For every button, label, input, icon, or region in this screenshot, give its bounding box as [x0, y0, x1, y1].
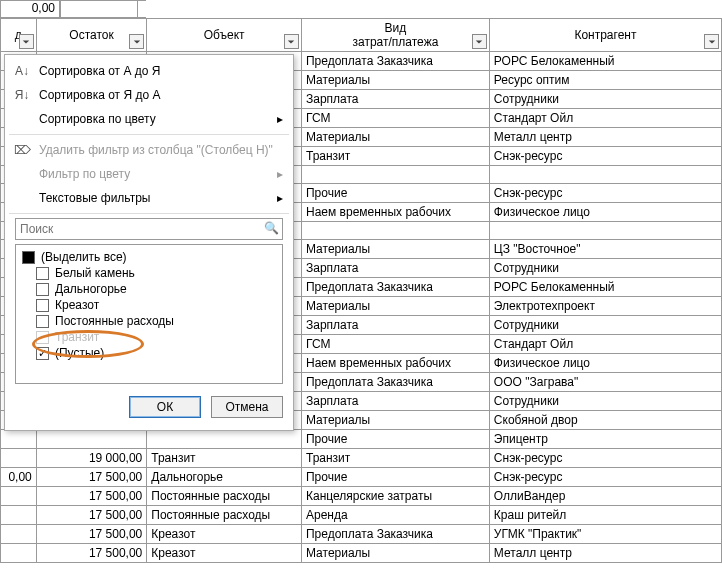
- table-row[interactable]: 17 500,00КреазотМатериалыМеталл центр: [1, 544, 722, 563]
- cell-contractor[interactable]: Металл центр: [489, 128, 721, 147]
- cell-type[interactable]: Аренда: [301, 506, 489, 525]
- table-row[interactable]: 19 000,00ТранзитТранзитСнэк-ресурс: [1, 449, 722, 468]
- header-object[interactable]: Объект: [147, 19, 302, 52]
- ok-button[interactable]: ОК: [129, 396, 201, 418]
- filter-search-input[interactable]: [15, 218, 283, 240]
- cell-type[interactable]: Транзит: [301, 449, 489, 468]
- cell-type[interactable]: Зарплата: [301, 392, 489, 411]
- check-item[interactable]: Транзит: [36, 329, 276, 345]
- cell-type[interactable]: Предоплата Заказчика: [301, 525, 489, 544]
- cell-contractor[interactable]: Скобяной двор: [489, 411, 721, 430]
- check-item[interactable]: Креазот: [36, 297, 276, 313]
- table-row[interactable]: 0,0017 500,00ДальногорьеПрочиеСнэк-ресур…: [1, 468, 722, 487]
- cell-contractor[interactable]: УГМК "Практик": [489, 525, 721, 544]
- cell-type[interactable]: Прочие: [301, 468, 489, 487]
- dropdown-icon[interactable]: [284, 34, 299, 49]
- cell-prefix[interactable]: [1, 449, 37, 468]
- cell-contractor[interactable]: ЦЗ "Восточное": [489, 240, 721, 259]
- cell-contractor[interactable]: Снэк-ресурс: [489, 147, 721, 166]
- sort-desc[interactable]: Я↓ Сортировка от Я до А: [5, 83, 293, 107]
- cell-contractor[interactable]: Физическое лицо: [489, 354, 721, 373]
- cell-contractor[interactable]: РОРС Белокаменный: [489, 278, 721, 297]
- header-type[interactable]: Вид затрат/платежа: [301, 19, 489, 52]
- cell-prefix[interactable]: [1, 544, 37, 563]
- cell-object[interactable]: Креазот: [147, 544, 302, 563]
- checkbox-icon[interactable]: [22, 251, 35, 264]
- cell-contractor[interactable]: Сотрудники: [489, 90, 721, 109]
- cell-type[interactable]: Материалы: [301, 544, 489, 563]
- cell-type[interactable]: [301, 222, 489, 240]
- check-item[interactable]: Постоянные расходы: [36, 313, 276, 329]
- cell-amount[interactable]: 17 500,00: [36, 487, 147, 506]
- cell-contractor[interactable]: Стандарт Ойл: [489, 109, 721, 128]
- cell-type[interactable]: Транзит: [301, 147, 489, 166]
- cell-type[interactable]: Канцелярские затраты: [301, 487, 489, 506]
- checkbox-icon[interactable]: [36, 315, 49, 328]
- cell-contractor[interactable]: Снэк-ресурс: [489, 468, 721, 487]
- table-row[interactable]: 17 500,00Постоянные расходыАрендаКраш ри…: [1, 506, 722, 525]
- dropdown-icon[interactable]: [704, 34, 719, 49]
- check-item-blanks[interactable]: (Пустые): [36, 345, 276, 361]
- table-row[interactable]: 17 500,00Постоянные расходыКанцелярские …: [1, 487, 722, 506]
- cell-type[interactable]: Зарплата: [301, 90, 489, 109]
- cell-contractor[interactable]: ОллиВандер: [489, 487, 721, 506]
- cell-type[interactable]: Зарплата: [301, 259, 489, 278]
- cell-amount[interactable]: 19 000,00: [36, 449, 147, 468]
- cell-object[interactable]: Постоянные расходы: [147, 487, 302, 506]
- checkbox-icon[interactable]: [36, 347, 49, 360]
- cell-amount[interactable]: 17 500,00: [36, 506, 147, 525]
- cell-type[interactable]: ГСМ: [301, 109, 489, 128]
- cell-prefix[interactable]: [1, 525, 37, 544]
- cell-contractor[interactable]: Физическое лицо: [489, 203, 721, 222]
- cell-type[interactable]: Наем временных рабочих: [301, 354, 489, 373]
- cell-contractor[interactable]: Электротехпроект: [489, 297, 721, 316]
- cell-contractor[interactable]: Ресурс оптим: [489, 71, 721, 90]
- cell-object[interactable]: Постоянные расходы: [147, 506, 302, 525]
- cell-contractor[interactable]: РОРС Белокаменный: [489, 52, 721, 71]
- text-filters[interactable]: Текстовые фильтры ▸: [5, 186, 293, 210]
- cell-contractor[interactable]: ООО "Заграва": [489, 373, 721, 392]
- cell-contractor[interactable]: [489, 166, 721, 184]
- cell-type[interactable]: ГСМ: [301, 335, 489, 354]
- dropdown-icon[interactable]: [19, 34, 34, 49]
- cell-type[interactable]: [301, 166, 489, 184]
- header-contractor[interactable]: Контрагент: [489, 19, 721, 52]
- table-row[interactable]: ПрочиеЭпицентр: [1, 430, 722, 449]
- cell-type[interactable]: Зарплата: [301, 316, 489, 335]
- cell-contractor[interactable]: Сотрудники: [489, 259, 721, 278]
- cell-type[interactable]: Материалы: [301, 128, 489, 147]
- cell-type[interactable]: Прочие: [301, 430, 489, 449]
- cell-prefix[interactable]: [1, 506, 37, 525]
- cell-contractor[interactable]: Эпицентр: [489, 430, 721, 449]
- check-select-all[interactable]: (Выделить все): [22, 249, 276, 265]
- filter-value-list[interactable]: (Выделить все) Белый камень Дальногорье …: [15, 244, 283, 384]
- check-item[interactable]: Дальногорье: [36, 281, 276, 297]
- cell-contractor[interactable]: Снэк-ресурс: [489, 449, 721, 468]
- cell-contractor[interactable]: Стандарт Ойл: [489, 335, 721, 354]
- cell-contractor[interactable]: Сотрудники: [489, 392, 721, 411]
- checkbox-icon[interactable]: [36, 283, 49, 296]
- cell-contractor[interactable]: [489, 222, 721, 240]
- cell-contractor[interactable]: Снэк-ресурс: [489, 184, 721, 203]
- header-col-d[interactable]: д: [1, 19, 37, 52]
- cell-type[interactable]: Материалы: [301, 240, 489, 259]
- cell-amount[interactable]: 17 500,00: [36, 468, 147, 487]
- cell-type[interactable]: Предоплата Заказчика: [301, 52, 489, 71]
- cell-amount[interactable]: 17 500,00: [36, 544, 147, 563]
- cell-prefix[interactable]: 0,00: [1, 468, 37, 487]
- cell-type[interactable]: Предоплата Заказчика: [301, 278, 489, 297]
- cell-contractor[interactable]: Металл центр: [489, 544, 721, 563]
- cancel-button[interactable]: Отмена: [211, 396, 283, 418]
- sort-asc[interactable]: А↓ Сортировка от А до Я: [5, 59, 293, 83]
- sort-by-color[interactable]: Сортировка по цвету ▸: [5, 107, 293, 131]
- cell-contractor[interactable]: Краш ритейл: [489, 506, 721, 525]
- header-ostatok[interactable]: Остаток: [36, 19, 147, 52]
- cell-type[interactable]: Прочие: [301, 184, 489, 203]
- check-item[interactable]: Белый камень: [36, 265, 276, 281]
- cell-contractor[interactable]: Сотрудники: [489, 316, 721, 335]
- cell-object[interactable]: Креазот: [147, 525, 302, 544]
- cell-prefix[interactable]: [1, 487, 37, 506]
- cell-type[interactable]: Предоплата Заказчика: [301, 373, 489, 392]
- table-row[interactable]: 17 500,00КреазотПредоплата ЗаказчикаУГМК…: [1, 525, 722, 544]
- cell-type[interactable]: Материалы: [301, 297, 489, 316]
